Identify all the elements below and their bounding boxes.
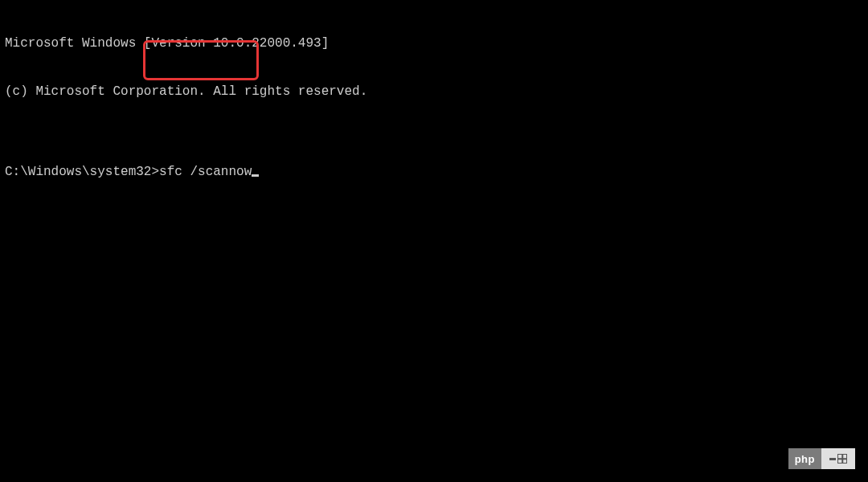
version-header-line: Microsoft Windows [Version 10.0.22000.49…: [5, 35, 863, 51]
prompt-path: C:\Windows\system32>: [5, 164, 159, 180]
watermark-badge: php: [788, 448, 855, 469]
command-prompt-line[interactable]: C:\Windows\system32>sfc /scannow: [5, 164, 863, 180]
watermark-label: php: [788, 448, 821, 469]
text-cursor-icon: [252, 174, 259, 177]
watermark-icon: [821, 448, 855, 469]
copyright-line: (c) Microsoft Corporation. All rights re…: [5, 84, 863, 100]
command-input[interactable]: sfc /scannow: [159, 164, 252, 180]
command-prompt-terminal[interactable]: Microsoft Windows [Version 10.0.22000.49…: [0, 0, 868, 199]
